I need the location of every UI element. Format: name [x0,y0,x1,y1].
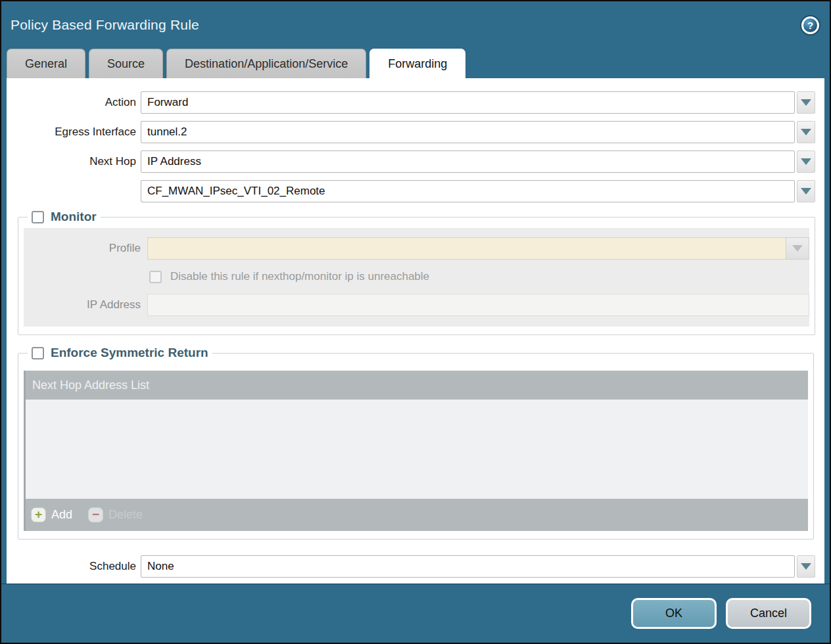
next-hop-address-dropdown-button[interactable] [797,180,815,202]
next-hop-address-select[interactable]: CF_MWAN_IPsec_VTI_02_Remote [141,180,795,202]
policy-based-forwarding-rule-dialog: Policy Based Forwarding Rule ? General S… [0,0,831,644]
delete-icon: − [88,507,103,522]
chevron-down-icon [801,158,811,165]
next-hop-row: Next Hop IP Address [7,150,824,173]
monitor-profile-select [147,237,786,260]
next-hop-address-list-toolbar: + Add − Delete [26,499,808,531]
monitor-group: Monitor Profile Disable this rule if nex… [18,210,815,335]
monitor-ip-address-label: IP Address [24,298,141,311]
tab-forwarding[interactable]: Forwarding [369,49,465,78]
add-icon: + [31,507,46,522]
chevron-down-icon [801,129,811,135]
action-label: Action [7,96,136,109]
schedule-row: Schedule None [7,555,824,578]
action-select[interactable]: Forward [141,91,795,114]
monitor-ip-address-row: IP Address [24,294,809,316]
ok-button[interactable]: OK [631,598,717,629]
disable-rule-label: Disable this rule if nexthop/monitor ip … [170,270,429,283]
tab-bar: General Source Destination/Application/S… [1,49,830,78]
next-hop-address-row: CF_MWAN_IPsec_VTI_02_Remote [7,180,824,202]
forwarding-tab-panel: Action Forward Egress Interface tunnel.2… [7,78,824,584]
egress-interface-dropdown-button[interactable] [797,121,815,143]
tab-destination-application-service[interactable]: Destination/Application/Service [166,49,366,78]
tab-general[interactable]: General [7,49,85,78]
monitor-ip-address-input [147,294,809,316]
dialog-footer: OK Cancel [1,584,830,643]
action-row: Action Forward [7,91,824,114]
enforce-symmetric-return-group: Enforce Symmetric Return Next Hop Addres… [18,346,814,540]
egress-interface-label: Egress Interface [7,126,136,139]
dialog-title: Policy Based Forwarding Rule [11,17,199,33]
delete-button-label: Delete [108,508,143,522]
tab-source[interactable]: Source [89,49,163,78]
chevron-down-icon [792,245,803,252]
add-button-label: Add [51,508,72,522]
egress-interface-row: Egress Interface tunnel.2 [7,121,824,143]
monitor-legend: Monitor [28,210,101,224]
next-hop-address-list-body[interactable] [26,400,808,499]
schedule-label: Schedule [7,560,136,573]
next-hop-address-list-column-header[interactable]: Next Hop Address List [26,371,808,400]
monitor-profile-combo [147,237,809,260]
monitor-panel: Profile Disable this rule if nexthop/mon… [24,228,809,327]
next-hop-address-list-table: Next Hop Address List + Add − Delete [24,371,808,531]
monitor-disable-rule-row: Disable this rule if nexthop/monitor ip … [149,270,809,283]
enforce-symmetric-return-title: Enforce Symmetric Return [51,346,208,360]
egress-interface-select[interactable]: tunnel.2 [141,121,795,143]
chevron-down-icon [801,99,811,106]
action-dropdown-button[interactable] [797,91,815,114]
monitor-profile-dropdown-button [786,237,809,260]
schedule-select[interactable]: None [141,555,795,578]
dialog-title-bar: Policy Based Forwarding Rule ? [1,1,830,49]
disable-rule-checkbox [149,271,162,283]
monitor-checkbox[interactable] [32,211,44,223]
delete-button: − Delete [88,507,143,522]
monitor-profile-label: Profile [24,242,141,255]
next-hop-label: Next Hop [7,155,136,168]
chevron-down-icon [801,563,811,570]
next-hop-dropdown-button[interactable] [797,150,815,173]
cancel-button[interactable]: Cancel [726,598,811,629]
enforce-symmetric-return-legend: Enforce Symmetric Return [28,346,212,360]
next-hop-select[interactable]: IP Address [141,150,795,173]
chevron-down-icon [801,188,811,195]
enforce-symmetric-return-checkbox[interactable] [32,347,44,359]
monitor-title: Monitor [51,210,97,224]
monitor-profile-row: Profile [24,237,809,260]
schedule-dropdown-button[interactable] [797,555,815,578]
help-icon[interactable]: ? [801,16,819,34]
add-button[interactable]: + Add [31,507,72,522]
